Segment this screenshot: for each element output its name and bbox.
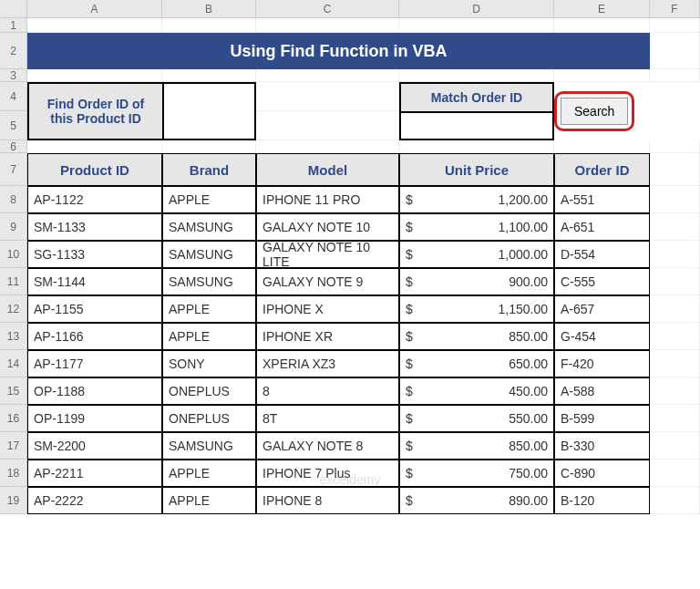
unit-price-cell[interactable]: $1,100.00 xyxy=(399,213,554,241)
model-cell[interactable]: GALAXY NOTE 8 xyxy=(256,432,399,460)
model-cell[interactable]: GALAXY NOTE 10 LITE xyxy=(256,241,399,268)
model-cell[interactable]: IPHONE 11 PRO xyxy=(256,186,399,213)
table-header-product-id[interactable]: Product ID xyxy=(27,153,162,186)
model-cell[interactable]: XPERIA XZ3 xyxy=(256,350,399,377)
order-id-cell[interactable]: B-120 xyxy=(554,487,650,514)
order-id-cell[interactable]: C-890 xyxy=(554,460,650,487)
column-header-e[interactable]: E xyxy=(554,0,650,18)
order-id-cell[interactable]: B-599 xyxy=(554,405,650,432)
row-header-17[interactable]: 17 xyxy=(0,432,27,460)
row-header-5[interactable]: 5 xyxy=(0,111,27,140)
row-header-16[interactable]: 16 xyxy=(0,405,27,432)
blank-cell[interactable] xyxy=(27,18,162,33)
product-id-cell[interactable]: SM-1144 xyxy=(27,268,162,295)
blank-cell[interactable] xyxy=(399,18,554,33)
table-header-brand[interactable]: Brand xyxy=(162,153,256,186)
blank-cell[interactable] xyxy=(256,69,399,82)
table-header-unit-price[interactable]: Unit Price xyxy=(399,153,554,186)
row-header-2[interactable]: 2 xyxy=(0,33,27,69)
blank-cell[interactable] xyxy=(650,213,700,241)
blank-cell[interactable] xyxy=(256,140,399,153)
order-id-cell[interactable]: A-657 xyxy=(554,295,650,323)
product-id-cell[interactable]: SM-1133 xyxy=(27,213,162,241)
blank-cell[interactable] xyxy=(162,18,256,33)
row-header-7[interactable]: 7 xyxy=(0,153,27,186)
product-id-cell[interactable]: OP-1199 xyxy=(27,405,162,432)
model-cell[interactable]: IPHONE X xyxy=(256,295,399,323)
model-cell[interactable]: GALAXY NOTE 9 xyxy=(256,268,399,295)
order-id-cell[interactable]: B-330 xyxy=(554,432,650,460)
brand-cell[interactable]: ONEPLUS xyxy=(162,405,256,432)
blank-cell[interactable] xyxy=(27,140,162,153)
find-product-id-input[interactable] xyxy=(162,82,256,140)
product-id-cell[interactable]: AP-1166 xyxy=(27,323,162,350)
order-id-cell[interactable]: A-588 xyxy=(554,377,650,405)
brand-cell[interactable]: SONY xyxy=(162,350,256,377)
blank-cell[interactable] xyxy=(399,140,554,153)
blank-cell[interactable] xyxy=(650,186,700,213)
row-header-9[interactable]: 9 xyxy=(0,213,27,241)
brand-cell[interactable]: SAMSUNG xyxy=(162,213,256,241)
column-header-b[interactable]: B xyxy=(162,0,256,18)
blank-cell[interactable] xyxy=(650,140,700,153)
row-header-14[interactable]: 14 xyxy=(0,350,27,377)
unit-price-cell[interactable]: $850.00 xyxy=(399,432,554,460)
model-cell[interactable]: IPHONE 8 xyxy=(256,487,399,514)
blank-cell[interactable] xyxy=(554,140,650,153)
unit-price-cell[interactable]: $450.00 xyxy=(399,377,554,405)
product-id-cell[interactable]: AP-2222 xyxy=(27,487,162,514)
unit-price-cell[interactable]: $1,200.00 xyxy=(399,186,554,213)
brand-cell[interactable]: SAMSUNG xyxy=(162,241,256,268)
column-header-a[interactable]: A xyxy=(27,0,162,18)
unit-price-cell[interactable]: $650.00 xyxy=(399,350,554,377)
blank-cell[interactable] xyxy=(650,323,700,350)
brand-cell[interactable]: APPLE xyxy=(162,487,256,514)
model-cell[interactable]: 8 xyxy=(256,377,399,405)
blank-cell[interactable] xyxy=(650,405,700,432)
order-id-cell[interactable]: A-651 xyxy=(554,213,650,241)
brand-cell[interactable]: SAMSUNG xyxy=(162,432,256,460)
model-cell[interactable]: IPHONE XR xyxy=(256,323,399,350)
product-id-cell[interactable]: OP-1188 xyxy=(27,377,162,405)
model-cell[interactable]: 8T xyxy=(256,405,399,432)
row-header-18[interactable]: 18 xyxy=(0,460,27,487)
unit-price-cell[interactable]: $900.00 xyxy=(399,268,554,295)
blank-cell[interactable] xyxy=(256,18,399,33)
brand-cell[interactable]: APPLE xyxy=(162,323,256,350)
column-header-d[interactable]: D xyxy=(399,0,554,18)
blank-cell[interactable] xyxy=(554,69,650,82)
blank-cell[interactable] xyxy=(162,140,256,153)
product-id-cell[interactable]: SM-2200 xyxy=(27,432,162,460)
product-id-cell[interactable]: SG-1133 xyxy=(27,241,162,268)
search-button[interactable]: Search xyxy=(561,98,628,125)
unit-price-cell[interactable]: $1,000.00 xyxy=(399,241,554,268)
row-header-1[interactable]: 1 xyxy=(0,18,27,33)
unit-price-cell[interactable]: $1,150.00 xyxy=(399,295,554,323)
blank-cell[interactable] xyxy=(650,153,700,186)
unit-price-cell[interactable]: $550.00 xyxy=(399,405,554,432)
blank-cell[interactable] xyxy=(650,268,700,295)
row-header-3[interactable]: 3 xyxy=(0,69,27,82)
unit-price-cell[interactable]: $850.00 xyxy=(399,323,554,350)
model-cell[interactable]: IPHONE 7 Plus xyxy=(256,460,399,487)
brand-cell[interactable]: APPLE xyxy=(162,186,256,213)
brand-cell[interactable]: APPLE xyxy=(162,460,256,487)
product-id-cell[interactable]: AP-1155 xyxy=(27,295,162,323)
row-header-13[interactable]: 13 xyxy=(0,323,27,350)
blank-cell[interactable] xyxy=(256,111,399,140)
row-header-11[interactable]: 11 xyxy=(0,268,27,295)
row-header-19[interactable]: 19 xyxy=(0,487,27,514)
blank-cell[interactable] xyxy=(650,33,700,69)
blank-cell[interactable] xyxy=(27,69,162,82)
row-header-4[interactable]: 4 xyxy=(0,82,27,111)
row-header-12[interactable]: 12 xyxy=(0,295,27,323)
product-id-cell[interactable]: AP-1177 xyxy=(27,350,162,377)
brand-cell[interactable]: APPLE xyxy=(162,295,256,323)
table-header-order-id[interactable]: Order ID xyxy=(554,153,650,186)
blank-cell[interactable] xyxy=(650,460,700,487)
blank-cell[interactable] xyxy=(650,350,700,377)
blank-cell[interactable] xyxy=(650,69,700,82)
blank-cell[interactable] xyxy=(399,69,554,82)
blank-cell[interactable] xyxy=(650,377,700,405)
match-order-id-output[interactable] xyxy=(399,111,554,140)
